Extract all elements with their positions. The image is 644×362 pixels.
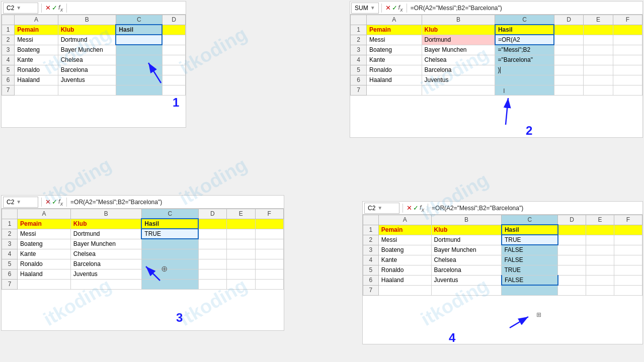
cell-e1-q3[interactable] — [227, 219, 255, 229]
cell-f6-q4[interactable] — [614, 275, 642, 285]
cell-a1-q2[interactable]: Pemain — [367, 25, 422, 35]
cell-d1-q1[interactable] — [162, 25, 185, 35]
cell-e3-q2[interactable] — [584, 45, 613, 55]
cell-c1-q4[interactable]: Hasil — [502, 225, 558, 235]
cell-d4-q3[interactable] — [198, 249, 226, 259]
col-c-header-q3[interactable]: C — [141, 209, 198, 219]
cell-a4-q3[interactable]: Kante — [18, 249, 71, 259]
cell-c5-q1[interactable] — [116, 65, 162, 75]
col-f-header-q4[interactable]: F — [614, 215, 642, 225]
cancel-icon-q2[interactable]: ✕ — [385, 4, 391, 12]
cell-f5-q3[interactable] — [255, 259, 283, 269]
cell-f6-q3[interactable] — [255, 269, 283, 279]
cell-b2-q3[interactable]: Dortmund — [70, 229, 141, 239]
cell-a2-q2[interactable]: Messi — [367, 35, 422, 45]
cell-b3-q2[interactable]: Bayer Munchen — [422, 45, 495, 55]
cell-f6-q2[interactable] — [613, 75, 642, 85]
col-e-header-q2[interactable]: E — [584, 15, 613, 25]
cell-b4-q4[interactable]: Chelsea — [431, 255, 502, 265]
cell-a3-q4[interactable]: Boateng — [378, 245, 431, 255]
cell-f1-q2[interactable] — [613, 25, 642, 35]
col-b-header-q2[interactable]: B — [422, 15, 495, 25]
cell-d1-q3[interactable] — [198, 219, 226, 229]
cell-d3-q2[interactable] — [554, 45, 583, 55]
cell-b6-q3[interactable]: Juventus — [70, 269, 141, 279]
cell-d7-q1[interactable] — [162, 85, 185, 95]
cell-d2-q4[interactable] — [558, 235, 586, 245]
cell-b4-q3[interactable]: Chelsea — [70, 249, 141, 259]
cell-d1-q4[interactable] — [558, 225, 586, 235]
cell-c3-q1[interactable] — [116, 45, 162, 55]
col-c-header-q2[interactable]: C — [495, 15, 554, 25]
col-c-header-q4[interactable]: C — [502, 215, 558, 225]
col-a-header-q3[interactable]: A — [18, 209, 71, 219]
fx-icon-q4[interactable]: fx — [420, 204, 424, 213]
col-b-header-q1[interactable]: B — [58, 15, 116, 25]
cell-e5-q2[interactable] — [584, 65, 613, 75]
cell-e5-q3[interactable] — [227, 259, 255, 269]
cell-c7-q2[interactable] — [495, 85, 554, 95]
cell-c1-q3[interactable]: Hasil — [141, 219, 198, 229]
cell-b6-q1[interactable]: Juventus — [58, 75, 116, 85]
col-d-header-q1[interactable]: D — [162, 15, 185, 25]
cell-b1-q4[interactable]: Klub — [431, 225, 502, 235]
sum-box-q2[interactable]: SUM ▼ — [351, 3, 379, 14]
cell-d2-q1[interactable] — [162, 35, 185, 45]
cell-f4-q4[interactable] — [614, 255, 642, 265]
confirm-icon-q3[interactable]: ✓ — [52, 198, 57, 206]
cell-f3-q3[interactable] — [255, 239, 283, 249]
cell-a3-q3[interactable]: Boateng — [18, 239, 71, 249]
cell-a5-q2[interactable]: Ronaldo — [367, 65, 422, 75]
cell-ref-q3[interactable]: C2 ▼ — [3, 197, 38, 208]
cell-e4-q2[interactable] — [584, 55, 613, 65]
cell-f2-q4[interactable] — [614, 235, 642, 245]
cell-a3-q1[interactable]: Boateng — [15, 45, 58, 55]
cell-b3-q3[interactable]: Bayer Munchen — [70, 239, 141, 249]
cell-d4-q4[interactable] — [558, 255, 586, 265]
cell-a5-q3[interactable]: Ronaldo — [18, 259, 71, 269]
cell-f1-q4[interactable] — [614, 225, 642, 235]
cancel-icon-q1[interactable]: ✕ — [45, 4, 51, 12]
cell-e3-q4[interactable] — [586, 245, 614, 255]
cell-e7-q4[interactable] — [586, 285, 614, 295]
cell-e3-q3[interactable] — [227, 239, 255, 249]
cell-e4-q3[interactable] — [227, 249, 255, 259]
cell-c2-q1[interactable] — [116, 35, 162, 45]
cell-f7-q4[interactable] — [614, 285, 642, 295]
cell-e1-q4[interactable] — [586, 225, 614, 235]
col-a-header-q2[interactable]: A — [367, 15, 422, 25]
cell-c4-q3[interactable] — [141, 249, 198, 259]
cell-a4-q1[interactable]: Kante — [15, 55, 58, 65]
cell-a2-q4[interactable]: Messi — [378, 235, 431, 245]
cell-e7-q2[interactable] — [584, 85, 613, 95]
col-b-header-q4[interactable]: B — [431, 215, 502, 225]
col-e-header-q4[interactable]: E — [586, 215, 614, 225]
col-a-header-q4[interactable]: A — [378, 215, 431, 225]
cell-c6-q4[interactable]: FALSE — [502, 275, 558, 285]
cell-b5-q3[interactable]: Barcelona — [70, 259, 141, 269]
cell-d6-q3[interactable] — [198, 269, 226, 279]
cell-a2-q3[interactable]: Messi — [18, 229, 71, 239]
cell-c3-q3[interactable] — [141, 239, 198, 249]
cell-d4-q1[interactable] — [162, 55, 185, 65]
cell-c2-q4[interactable]: TRUE — [502, 235, 558, 245]
cell-d7-q2[interactable] — [554, 85, 583, 95]
cell-e2-q4[interactable] — [586, 235, 614, 245]
cell-c6-q3[interactable] — [141, 269, 198, 279]
cell-c6-q2[interactable] — [495, 75, 554, 85]
cell-d5-q2[interactable] — [554, 65, 583, 75]
fx-icon-q1[interactable]: fx — [58, 4, 63, 13]
cell-b2-q4[interactable]: Dortmund — [431, 235, 502, 245]
cell-b6-q4[interactable]: Juventus — [431, 275, 502, 285]
cell-b1-q2[interactable]: Klub — [422, 25, 495, 35]
cancel-icon-q3[interactable]: ✕ — [45, 198, 51, 206]
cell-c1-q2[interactable]: Hasil — [495, 25, 554, 35]
cell-f5-q2[interactable] — [613, 65, 642, 75]
cell-f7-q3[interactable] — [255, 279, 283, 289]
cell-b2-q2[interactable]: Dortmund — [422, 35, 495, 45]
cell-c5-q4[interactable]: TRUE — [502, 265, 558, 275]
cell-d2-q2[interactable] — [554, 35, 583, 45]
cell-c4-q4[interactable]: FALSE — [502, 255, 558, 265]
cell-c2-q3[interactable]: TRUE — [141, 229, 198, 239]
cell-f2-q2[interactable] — [613, 35, 642, 45]
